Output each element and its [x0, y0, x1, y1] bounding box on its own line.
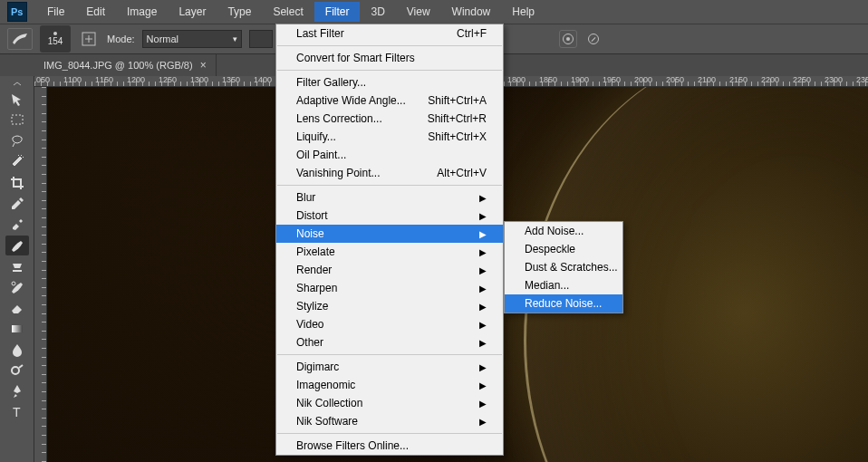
menu-image[interactable]: Image: [116, 2, 168, 22]
menu-item-despeckle[interactable]: Despeckle: [505, 240, 622, 258]
menu-file[interactable]: File: [36, 2, 75, 22]
menu-item-filter-gallery[interactable]: Filter Gallery...: [276, 73, 503, 91]
menu-item-oil-paint[interactable]: Oil Paint...: [276, 146, 503, 164]
tool-panel: T: [0, 76, 34, 462]
document-tab-title: IMG_8044.JPG @ 100% (RGB/8): [43, 60, 193, 71]
vertical-ruler: [34, 87, 47, 462]
move-tool[interactable]: [5, 90, 29, 110]
app-logo: Ps: [7, 2, 27, 22]
menu-item-vanishing-point[interactable]: Vanishing Point...Alt+Ctrl+V: [276, 164, 503, 182]
submenu-arrow-icon: ▶: [479, 265, 487, 275]
menu-item-digimarc[interactable]: Digimarc▶: [276, 358, 503, 376]
gradient-tool[interactable]: [5, 319, 29, 339]
mode-label: Mode:: [107, 34, 135, 44]
menu-item-dust-scratches[interactable]: Dust & Scratches...: [505, 258, 622, 276]
menu-edit[interactable]: Edit: [75, 2, 116, 22]
menu-item-nik-software[interactable]: Nik Software▶: [276, 412, 503, 430]
menu-item-pixelate[interactable]: Pixelate▶: [276, 243, 503, 261]
svg-point-5: [12, 282, 15, 285]
menu-item-liquify[interactable]: Liquify...Shift+Ctrl+X: [276, 128, 503, 146]
menu-separator: [277, 45, 502, 46]
svg-rect-4: [12, 115, 23, 124]
crop-tool[interactable]: [5, 173, 29, 193]
menu-item-median[interactable]: Median...: [505, 276, 622, 294]
brush-preset-picker[interactable]: 154: [40, 25, 71, 53]
type-tool[interactable]: T: [5, 402, 29, 422]
menu-item-lens-correction[interactable]: Lens Correction...Shift+Ctrl+R: [276, 110, 503, 128]
submenu-arrow-icon: ▶: [479, 338, 487, 348]
submenu-arrow-icon: ▶: [479, 211, 487, 221]
menu-item-sharpen[interactable]: Sharpen▶: [276, 279, 503, 297]
submenu-arrow-icon: ▶: [479, 229, 487, 239]
pressure-size-toggle[interactable]: [584, 30, 603, 48]
menu-type[interactable]: Type: [217, 2, 262, 22]
marquee-tool[interactable]: [5, 111, 29, 130]
menu-item-nik-collection[interactable]: Nik Collection▶: [276, 394, 503, 412]
menu-select[interactable]: Select: [262, 2, 313, 22]
submenu-arrow-icon: ▶: [479, 193, 487, 203]
submenu-arrow-icon: ▶: [479, 417, 487, 427]
brush-tool[interactable]: [5, 236, 29, 255]
menu-item-distort[interactable]: Distort▶: [276, 207, 503, 225]
expand-toolbox-icon[interactable]: [11, 82, 24, 87]
svg-text:T: T: [13, 405, 21, 419]
menu-window[interactable]: Window: [441, 2, 502, 22]
menu-separator: [277, 354, 502, 355]
filter-menu: Last FilterCtrl+FConvert for Smart Filte…: [275, 24, 504, 456]
menu-filter[interactable]: Filter: [314, 2, 361, 22]
close-tab-icon[interactable]: ×: [200, 59, 207, 72]
current-tool-preset[interactable]: [7, 28, 33, 50]
menu-item-adaptive-wide-angle[interactable]: Adaptive Wide Angle...Shift+Ctrl+A: [276, 91, 503, 110]
menu-item-noise[interactable]: Noise▶: [276, 225, 503, 243]
menu-item-add-noise[interactable]: Add Noise...: [505, 222, 622, 240]
history-brush-tool[interactable]: [5, 277, 29, 297]
document-tab[interactable]: IMG_8044.JPG @ 100% (RGB/8) ×: [34, 54, 217, 76]
noise-submenu: Add Noise...DespeckleDust & Scratches...…: [504, 221, 623, 313]
blend-mode-select[interactable]: Normal ▾: [142, 30, 242, 48]
menu-item-blur[interactable]: Blur▶: [276, 188, 503, 207]
menu-item-other[interactable]: Other▶: [276, 333, 503, 351]
submenu-arrow-icon: ▶: [479, 399, 487, 409]
menu-help[interactable]: Help: [501, 2, 545, 22]
submenu-arrow-icon: ▶: [479, 302, 487, 312]
svg-rect-6: [12, 325, 23, 332]
menu-view[interactable]: View: [396, 2, 441, 22]
magic-wand-tool[interactable]: [5, 152, 29, 172]
menu-item-stylize[interactable]: Stylize▶: [276, 297, 503, 315]
menu-item-render[interactable]: Render▶: [276, 261, 503, 279]
menu-item-convert-for-smart-filters[interactable]: Convert for Smart Filters: [276, 49, 503, 67]
menu-separator: [277, 185, 502, 186]
submenu-arrow-icon: ▶: [479, 380, 487, 390]
menu-item-video[interactable]: Video▶: [276, 315, 503, 333]
menu-item-reduce-noise[interactable]: Reduce Noise...: [505, 294, 622, 313]
menu-bar: Ps FileEditImageLayerTypeSelectFilter3DV…: [0, 0, 868, 24]
submenu-arrow-icon: ▶: [479, 362, 487, 372]
menu-separator: [277, 433, 502, 434]
pen-tool[interactable]: [5, 381, 29, 401]
brush-panel-toggle[interactable]: [78, 28, 100, 50]
option-swatch-1[interactable]: [249, 30, 273, 48]
menu-item-browse-filters-online[interactable]: Browse Filters Online...: [276, 437, 503, 455]
submenu-arrow-icon: ▶: [479, 284, 487, 294]
svg-text:Ps: Ps: [11, 6, 23, 17]
dodge-tool[interactable]: [5, 361, 29, 380]
healing-brush-tool[interactable]: [5, 215, 29, 235]
svg-point-7: [12, 367, 19, 374]
menu-3d[interactable]: 3D: [360, 2, 395, 22]
eyedropper-tool[interactable]: [5, 194, 29, 214]
submenu-arrow-icon: ▶: [479, 247, 487, 257]
clone-stamp-tool[interactable]: [5, 256, 29, 276]
menu-layer[interactable]: Layer: [168, 2, 217, 22]
blur-tool[interactable]: [5, 340, 29, 360]
pressure-opacity-toggle[interactable]: [559, 30, 577, 48]
menu-item-last-filter[interactable]: Last FilterCtrl+F: [276, 24, 503, 43]
eraser-tool[interactable]: [5, 298, 29, 318]
submenu-arrow-icon: ▶: [479, 320, 487, 330]
menu-item-imagenomic[interactable]: Imagenomic▶: [276, 376, 503, 394]
menu-separator: [277, 70, 502, 71]
lasso-tool[interactable]: [5, 131, 29, 151]
